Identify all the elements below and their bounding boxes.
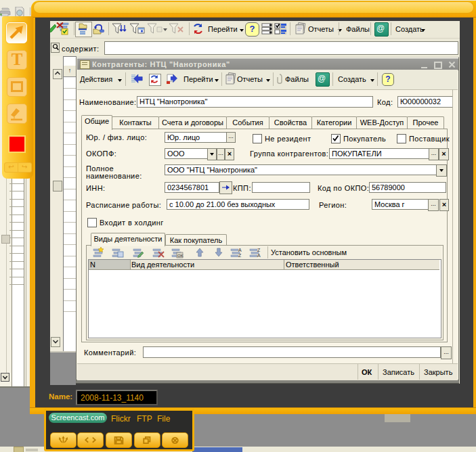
svg-text:OK: OK (177, 254, 183, 258)
svg-text:A: A (238, 248, 242, 252)
svg-text:Z: Z (238, 253, 242, 258)
svg-text:A: A (257, 253, 261, 258)
svg-text:Z: Z (257, 248, 261, 252)
